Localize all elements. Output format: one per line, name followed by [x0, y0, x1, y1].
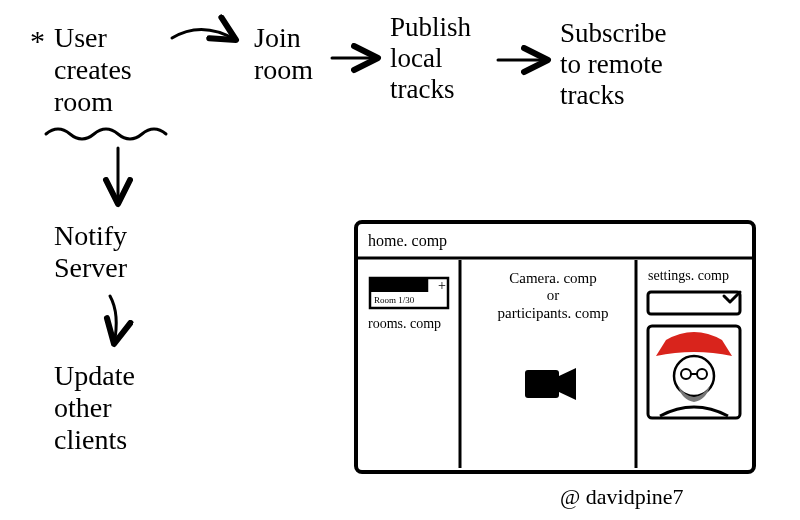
step-join-room: Join room [254, 22, 313, 86]
svg-rect-6 [648, 292, 740, 314]
svg-rect-2 [370, 278, 427, 292]
label-rooms-comp: rooms. comp [368, 316, 441, 332]
svg-rect-5 [525, 370, 559, 398]
svg-point-8 [674, 356, 714, 396]
label-settings-comp: settings. comp [648, 268, 729, 284]
room-name-text: Room 1/30 [374, 295, 415, 305]
author-credit: @ davidpine7 [560, 484, 684, 509]
svg-point-9 [681, 369, 691, 379]
label-camera-participants: Camera. comp or participants. comp [478, 270, 628, 322]
svg-point-10 [697, 369, 707, 379]
asterisk-icon: * [30, 24, 45, 59]
step-user-creates-room: User creates room [54, 22, 132, 119]
svg-rect-0 [356, 222, 754, 472]
svg-rect-1 [370, 278, 448, 308]
step-subscribe-remote-tracks: Subscribe to remote tracks [560, 18, 666, 111]
camera-icon [525, 368, 576, 400]
step-publish-local-tracks: Publish local tracks [390, 12, 471, 105]
svg-rect-7 [648, 326, 740, 418]
step-update-other-clients: Update other clients [54, 360, 135, 457]
step-notify-server: Notify Server [54, 220, 127, 284]
svg-text:+: + [438, 278, 446, 293]
label-home-comp: home. comp [368, 232, 447, 250]
